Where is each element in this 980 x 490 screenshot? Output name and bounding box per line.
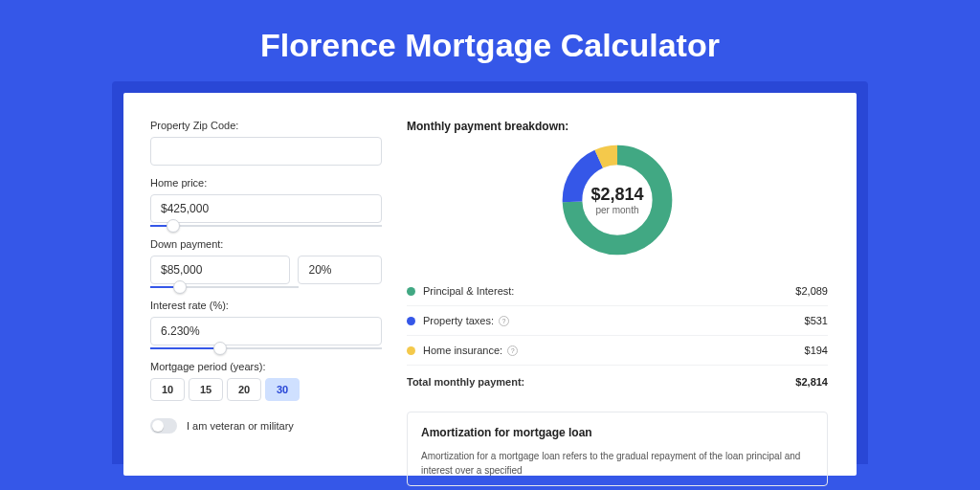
period-button-20[interactable]: 20 (227, 378, 261, 401)
down-percent-input[interactable] (298, 256, 382, 284)
rate-label: Interest rate (%): (150, 300, 382, 311)
down-slider-thumb[interactable] (173, 280, 187, 294)
breakdown-title: Monthly payment breakdown: (407, 120, 828, 133)
zip-label: Property Zip Code: (150, 120, 382, 131)
payment-donut-chart: $2,814 per month (558, 141, 677, 259)
legend-dot (407, 346, 415, 355)
amort-text: Amortization for a mortgage loan refers … (421, 449, 813, 478)
legend-dot (407, 287, 415, 296)
total-label: Total monthly payment: (407, 376, 524, 388)
down-amount-input[interactable] (150, 256, 290, 284)
calculator-card: Property Zip Code: Home price: Down paym… (123, 93, 857, 476)
legend-label: Principal & Interest: (423, 285, 514, 297)
page-title: Florence Mortgage Calculator (260, 27, 720, 64)
total-value: $2,814 (795, 376, 828, 388)
zip-input[interactable] (150, 137, 382, 166)
veteran-label: I am veteran or military (187, 420, 294, 432)
price-label: Home price: (150, 177, 382, 189)
down-slider[interactable] (150, 286, 299, 288)
amort-title: Amortization for mortgage loan (421, 426, 813, 439)
legend-dot (407, 317, 415, 325)
period-button-30[interactable]: 30 (265, 378, 300, 401)
period-button-10[interactable]: 10 (150, 378, 185, 401)
legend-label: Property taxes: (423, 315, 494, 326)
legend-label: Home insurance: (423, 345, 502, 356)
info-icon[interactable]: ? (499, 316, 509, 326)
rate-input[interactable] (150, 317, 382, 345)
legend-row: Principal & Interest:$2,089 (407, 277, 828, 306)
price-input[interactable] (150, 194, 382, 223)
down-label: Down payment: (150, 238, 382, 250)
price-slider-thumb[interactable] (167, 219, 180, 233)
price-slider[interactable] (150, 225, 382, 227)
legend-value: $531 (805, 315, 828, 326)
info-icon[interactable]: ? (507, 345, 518, 356)
legend-row: Home insurance:?$194 (407, 336, 828, 366)
period-button-15[interactable]: 15 (189, 378, 223, 401)
veteran-toggle[interactable] (150, 418, 177, 434)
period-label: Mortgage period (years): (150, 361, 382, 372)
donut-sub: per month (595, 205, 638, 215)
legend-row: Property taxes:?$531 (407, 306, 828, 336)
legend-value: $2,089 (795, 285, 828, 297)
rate-slider[interactable] (150, 347, 382, 349)
frame-bar: Property Zip Code: Home price: Down paym… (112, 81, 868, 464)
rate-slider-thumb[interactable] (213, 342, 227, 355)
donut-amount: $2,814 (590, 185, 643, 205)
legend-value: $194 (805, 345, 828, 356)
amortization-card: Amortization for mortgage loan Amortizat… (407, 412, 828, 486)
